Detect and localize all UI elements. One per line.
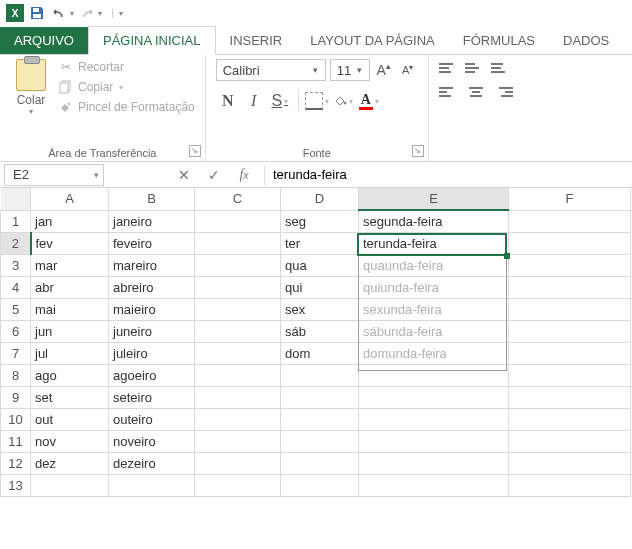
cell[interactable]: quaunda-feira [359, 254, 509, 276]
row-header[interactable]: 12 [1, 452, 31, 474]
qat-customize-icon[interactable]: ▾ [112, 9, 123, 18]
format-painter-button[interactable]: Pincel de Formatação [58, 99, 195, 115]
cell[interactable] [509, 210, 631, 232]
cell[interactable]: mar [31, 254, 109, 276]
cell[interactable] [509, 452, 631, 474]
col-header-c[interactable]: C [195, 188, 281, 210]
cell[interactable] [359, 364, 509, 386]
insert-function-button[interactable]: fx [234, 167, 254, 183]
cell[interactable]: juneiro [109, 320, 195, 342]
cell[interactable]: maieiro [109, 298, 195, 320]
align-left-button[interactable] [439, 83, 461, 101]
cell[interactable] [31, 474, 109, 496]
cell[interactable]: agoeiro [109, 364, 195, 386]
cell[interactable] [195, 210, 281, 232]
cell[interactable] [281, 386, 359, 408]
cancel-edit-button[interactable]: ✕ [174, 167, 194, 183]
cell[interactable]: qua [281, 254, 359, 276]
confirm-edit-button[interactable]: ✓ [204, 167, 224, 183]
font-name-combo[interactable]: Calibri ▾ [216, 59, 326, 81]
cell[interactable]: abr [31, 276, 109, 298]
col-header-d[interactable]: D [281, 188, 359, 210]
cell[interactable] [281, 452, 359, 474]
cell[interactable]: quiunda-feira [359, 276, 509, 298]
cell[interactable]: dom [281, 342, 359, 364]
col-header-f[interactable]: F [509, 188, 631, 210]
redo-icon[interactable] [78, 4, 96, 22]
paste-button[interactable]: Colar ▾ [10, 59, 52, 116]
formula-input[interactable] [265, 164, 632, 186]
cell[interactable] [359, 474, 509, 496]
row-header[interactable]: 3 [1, 254, 31, 276]
copy-dropdown-icon[interactable]: ▾ [119, 83, 123, 92]
undo-icon[interactable] [50, 4, 68, 22]
cell[interactable] [109, 474, 195, 496]
col-header-e[interactable]: E [359, 188, 509, 210]
cell[interactable] [509, 430, 631, 452]
cell[interactable] [195, 342, 281, 364]
cell[interactable]: set [31, 386, 109, 408]
row-header[interactable]: 11 [1, 430, 31, 452]
borders-button[interactable]: ▾ [305, 89, 329, 113]
cell[interactable]: sáb [281, 320, 359, 342]
cell[interactable]: ter [281, 232, 359, 254]
cell[interactable] [509, 232, 631, 254]
undo-dropdown-icon[interactable]: ▾ [70, 9, 74, 18]
cut-button[interactable]: ✂ Recortar [58, 59, 195, 75]
cell[interactable]: feveiro [109, 232, 195, 254]
col-header-b[interactable]: B [109, 188, 195, 210]
cell[interactable]: sexunda-feira [359, 298, 509, 320]
cell[interactable] [195, 452, 281, 474]
cell[interactable]: mai [31, 298, 109, 320]
cell[interactable] [359, 452, 509, 474]
cell[interactable] [509, 408, 631, 430]
cell[interactable]: janeiro [109, 210, 195, 232]
align-middle-button[interactable] [465, 59, 487, 77]
align-bottom-button[interactable] [491, 59, 513, 77]
font-size-combo[interactable]: 11 ▾ [330, 59, 370, 81]
cell[interactable]: terunda-feira [359, 232, 509, 254]
spreadsheet-grid[interactable]: A B C D E F 1janjaneirosegsegunda-feira2… [0, 188, 632, 497]
cell[interactable]: outeiro [109, 408, 195, 430]
row-header[interactable]: 6 [1, 320, 31, 342]
col-header-a[interactable]: A [31, 188, 109, 210]
cell[interactable] [195, 298, 281, 320]
cell[interactable] [281, 364, 359, 386]
cell[interactable]: ago [31, 364, 109, 386]
tab-file[interactable]: ARQUIVO [0, 27, 88, 54]
tab-formulas[interactable]: FÓRMULAS [449, 27, 549, 54]
redo-dropdown-icon[interactable]: ▾ [98, 9, 102, 18]
cell[interactable] [281, 430, 359, 452]
row-header[interactable]: 10 [1, 408, 31, 430]
row-header[interactable]: 4 [1, 276, 31, 298]
row-header[interactable]: 1 [1, 210, 31, 232]
cell[interactable]: sábunda-feira [359, 320, 509, 342]
cell[interactable] [195, 408, 281, 430]
row-header[interactable]: 9 [1, 386, 31, 408]
cell[interactable] [509, 320, 631, 342]
cell[interactable] [509, 276, 631, 298]
bold-button[interactable]: N [216, 89, 240, 113]
cell[interactable] [359, 408, 509, 430]
italic-button[interactable]: I [242, 89, 266, 113]
fill-handle[interactable] [504, 253, 510, 259]
row-header[interactable]: 7 [1, 342, 31, 364]
cell[interactable]: sex [281, 298, 359, 320]
cell[interactable]: jun [31, 320, 109, 342]
cell[interactable] [195, 276, 281, 298]
cell[interactable] [509, 254, 631, 276]
cell[interactable] [281, 408, 359, 430]
cell[interactable] [509, 364, 631, 386]
align-top-button[interactable] [439, 59, 461, 77]
align-center-button[interactable] [465, 83, 487, 101]
cell[interactable] [195, 386, 281, 408]
clipboard-launcher-icon[interactable]: ↘ [189, 145, 201, 157]
underline-button[interactable]: S▾ [268, 89, 292, 113]
tab-insert[interactable]: INSERIR [216, 27, 297, 54]
tab-data[interactable]: DADOS [549, 27, 623, 54]
row-header[interactable]: 5 [1, 298, 31, 320]
cell[interactable] [359, 430, 509, 452]
row-header[interactable]: 8 [1, 364, 31, 386]
cell[interactable]: out [31, 408, 109, 430]
cell[interactable]: mareiro [109, 254, 195, 276]
